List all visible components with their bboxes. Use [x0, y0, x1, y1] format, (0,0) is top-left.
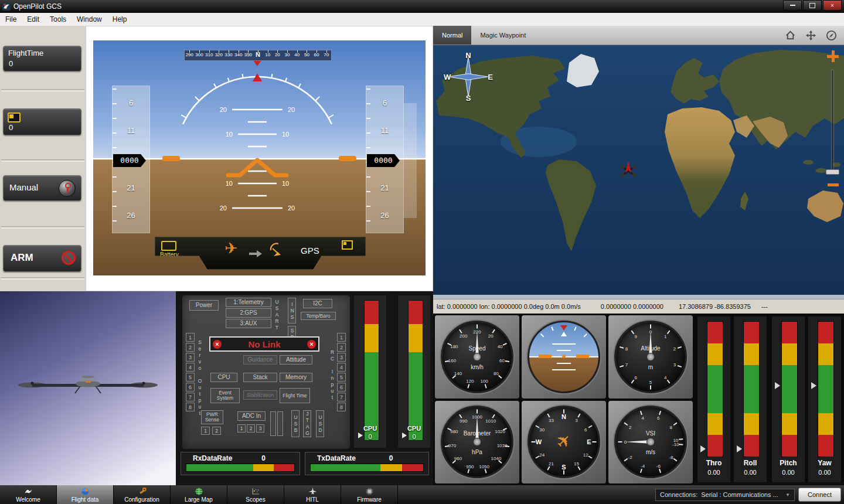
connections-label: Connections: — [660, 491, 697, 498]
zoom-in-button[interactable] — [826, 50, 839, 63]
menu-edit[interactable]: Edit — [22, 14, 45, 25]
connect-button[interactable]: Connect — [798, 488, 841, 502]
sys-usb: USB — [291, 410, 300, 437]
tape-number: 11 — [366, 126, 403, 135]
menu-tools[interactable]: Tools — [45, 14, 72, 25]
vsi-gauge-face: VSI m/s 0246810-10-8-6-4-2 — [614, 406, 687, 478]
maximize-button[interactable] — [803, 0, 822, 11]
gauge-tick-label: 24 — [539, 452, 544, 457]
rose-south-label: S — [466, 94, 471, 103]
gauge-tick — [588, 456, 593, 459]
gauge-tick-label: 0 — [649, 329, 652, 334]
pan-move-icon[interactable] — [805, 30, 816, 41]
no-link-banner: × No Link × — [209, 336, 319, 352]
heading-tick — [189, 50, 190, 53]
heading-label: 40 — [292, 53, 302, 57]
rose-north-label: N — [465, 51, 471, 60]
aircraft-center-dot — [562, 355, 566, 358]
heading-label: 10 — [263, 53, 273, 57]
gauge-name: VSI — [616, 430, 685, 437]
sys-pwr-1: 1 — [201, 427, 210, 435]
tab-welcome[interactable]: Welcome — [0, 485, 57, 504]
zoom-slider-handle[interactable] — [826, 169, 839, 175]
gauge-tick-label: 160 — [448, 357, 456, 363]
home-icon[interactable] — [785, 30, 796, 41]
heading-label: 310 — [204, 53, 214, 57]
menu-window[interactable]: Window — [72, 14, 107, 25]
heading-tick — [287, 50, 288, 53]
connection-value: Serial : Communications ... — [701, 491, 778, 498]
tape-number: 6 — [366, 98, 403, 107]
map-tabs: NormalMagic Waypoint — [433, 26, 535, 45]
attitude-gauge — [522, 315, 606, 399]
flighttime-label: FlightTime — [8, 49, 43, 57]
vertical-trend-bar — [404, 103, 417, 218]
world-map[interactable]: N S W E — [433, 45, 844, 299]
tab-scopes[interactable]: Scopes — [227, 485, 284, 504]
heading-mark-350: 350 — [243, 50, 253, 60]
tx-datarate-panel: TxDataRate 0 — [305, 452, 429, 475]
locate-uav-icon[interactable] — [826, 30, 837, 41]
gauge-tick-label: -8 — [669, 454, 673, 459]
gauge-tick — [477, 324, 478, 328]
gauge-tick-label: -2 — [628, 454, 632, 459]
slider-track — [818, 321, 834, 457]
attitude-ground — [529, 357, 598, 391]
gauge-tick-label: 2 — [629, 424, 631, 430]
map-tab-magic-waypoint[interactable]: Magic Waypoint — [471, 26, 535, 45]
map-tab-normal[interactable]: Normal — [433, 26, 471, 45]
gauge-tick — [563, 410, 564, 414]
sys-cpu: CPU — [210, 373, 237, 382]
sys-guidance: Guidance — [243, 355, 277, 365]
svg-text:20: 20 — [288, 106, 295, 113]
heading-label: 60 — [312, 53, 322, 57]
minimize-button[interactable] — [783, 0, 802, 11]
uav-marker-icon[interactable] — [620, 160, 637, 181]
svg-text:10: 10 — [226, 180, 233, 187]
tab-firmware[interactable]: Firmware — [341, 485, 398, 504]
gauge-tick — [477, 410, 478, 414]
connection-dropdown[interactable]: Connections: Serial : Communications ...… — [655, 489, 795, 501]
slider-value: 0.00 — [697, 469, 730, 476]
gauge-tick — [593, 441, 597, 442]
tab-configuration[interactable]: Configuration — [114, 485, 171, 504]
battery-value: 0 — [9, 123, 13, 132]
slider-marker — [775, 382, 784, 389]
gauge-tick-label: 20 — [488, 333, 494, 338]
zoom-slider-track[interactable] — [831, 70, 834, 172]
gauge-tick-label: 6 — [584, 427, 587, 432]
tab-flight-data[interactable]: Flight data — [57, 485, 114, 504]
sys-tempbaro: Temp/Baro — [301, 312, 336, 320]
gauge-tick — [498, 460, 502, 464]
gauge-tick-label: 990 — [460, 418, 467, 424]
sys-pwr-sense: PWR Sense — [201, 410, 223, 424]
sys-jtag: JTAG — [303, 410, 311, 437]
gauge-tick-label: 7 — [625, 362, 628, 367]
slider-marker — [700, 445, 709, 452]
title-bar: OpenPilot GCS × — [0, 0, 844, 13]
close-button[interactable]: × — [823, 0, 842, 11]
heading-mark-290: 290 — [185, 50, 195, 60]
gauge-tick-label: 120 — [466, 379, 474, 384]
window-title: OpenPilot GCS — [13, 2, 62, 11]
gauge-tick-label: S — [561, 464, 566, 471]
cpu-gauge-label: CPU — [354, 425, 386, 432]
menu-file[interactable]: File — [0, 14, 22, 25]
gauge-tick — [679, 438, 683, 440]
menu-help[interactable]: Help — [107, 14, 132, 25]
gauge-tick — [485, 469, 487, 474]
sys-servo-label: Servo Output — [196, 334, 203, 422]
tab-hitl[interactable]: HITL — [284, 485, 341, 504]
slider-marker — [737, 445, 746, 452]
gauge-tick-label: 220 — [473, 329, 481, 334]
heading-label: 290 — [185, 53, 195, 57]
model-3d-view[interactable] — [0, 291, 176, 485]
zoom-out-button[interactable] — [828, 183, 839, 186]
gauge-tick-label: -10 — [672, 441, 679, 447]
arm-status-panel: ARM — [3, 245, 81, 272]
sys-gps: 2:GPS — [226, 308, 271, 318]
tx-datarate-label: TxDataRate — [317, 454, 356, 462]
cpu-gauge-track — [408, 300, 423, 441]
app-icon — [2, 2, 11, 11]
tab-large-map[interactable]: Large Map — [171, 485, 227, 504]
